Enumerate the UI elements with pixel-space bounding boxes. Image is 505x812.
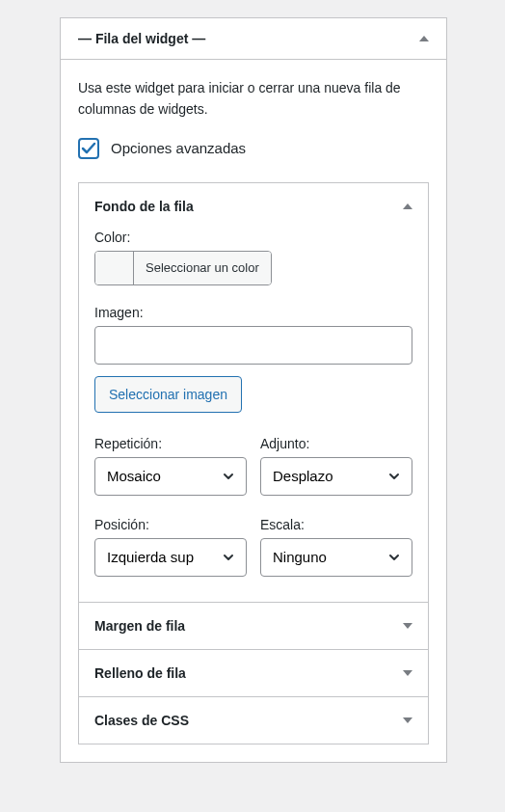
margin-header[interactable]: Margen de fila bbox=[79, 603, 428, 649]
css-classes-header[interactable]: Clases de CSS bbox=[79, 697, 428, 744]
padding-header[interactable]: Relleno de fila bbox=[79, 650, 428, 696]
image-label: Imagen: bbox=[94, 305, 412, 320]
chevron-down-icon bbox=[403, 670, 412, 676]
color-label: Color: bbox=[94, 230, 412, 245]
background-header[interactable]: Fondo de la fila bbox=[79, 183, 428, 230]
scale-label: Escala: bbox=[260, 517, 412, 532]
advanced-options-row: Opciones avanzadas bbox=[78, 138, 429, 159]
margin-section: Margen de fila bbox=[79, 603, 428, 650]
position-scale-row: Posición: Escala: bbox=[94, 517, 412, 577]
repeat-label: Repetición: bbox=[94, 436, 247, 451]
color-picker[interactable]: Seleccionar un color bbox=[94, 251, 272, 285]
advanced-options-label: Opciones avanzadas bbox=[111, 140, 246, 156]
advanced-panel: Fondo de la fila Color: Seleccionar un c… bbox=[78, 182, 429, 744]
repeat-select[interactable] bbox=[94, 457, 247, 496]
color-select-text: Seleccionar un color bbox=[134, 252, 271, 284]
select-image-button[interactable]: Seleccionar imagen bbox=[94, 376, 242, 413]
advanced-options-checkbox[interactable] bbox=[78, 138, 99, 159]
widget-body: Usa este widget para iniciar o cerrar un… bbox=[61, 60, 446, 762]
padding-title: Relleno de fila bbox=[94, 665, 186, 681]
attachment-label: Adjunto: bbox=[260, 436, 412, 451]
chevron-down-icon bbox=[403, 623, 412, 629]
widget-description: Usa este widget para iniciar o cerrar un… bbox=[78, 77, 429, 121]
margin-title: Margen de fila bbox=[94, 618, 185, 634]
repeat-attachment-row: Repetición: Adjunto: bbox=[94, 436, 412, 496]
checkmark-icon bbox=[81, 141, 96, 156]
position-label: Posición: bbox=[94, 517, 247, 532]
collapse-up-icon bbox=[419, 36, 429, 41]
position-select[interactable] bbox=[94, 538, 247, 577]
scale-select[interactable] bbox=[260, 538, 412, 577]
css-classes-title: Clases de CSS bbox=[94, 713, 189, 728]
widget-header[interactable]: — Fila del widget — bbox=[61, 18, 446, 60]
background-section: Fondo de la fila Color: Seleccionar un c… bbox=[79, 183, 428, 603]
widget-title: — Fila del widget — bbox=[78, 31, 205, 46]
chevron-down-icon bbox=[403, 717, 412, 723]
color-swatch bbox=[95, 252, 134, 284]
background-body: Color: Seleccionar un color Imagen: Sele… bbox=[79, 230, 428, 602]
attachment-select[interactable] bbox=[260, 457, 412, 496]
image-input[interactable] bbox=[94, 326, 412, 365]
css-classes-section: Clases de CSS bbox=[79, 697, 428, 744]
collapse-up-icon bbox=[403, 203, 412, 209]
padding-section: Relleno de fila bbox=[79, 650, 428, 697]
background-title: Fondo de la fila bbox=[94, 199, 194, 214]
widget-panel: — Fila del widget — Usa este widget para… bbox=[60, 17, 447, 763]
